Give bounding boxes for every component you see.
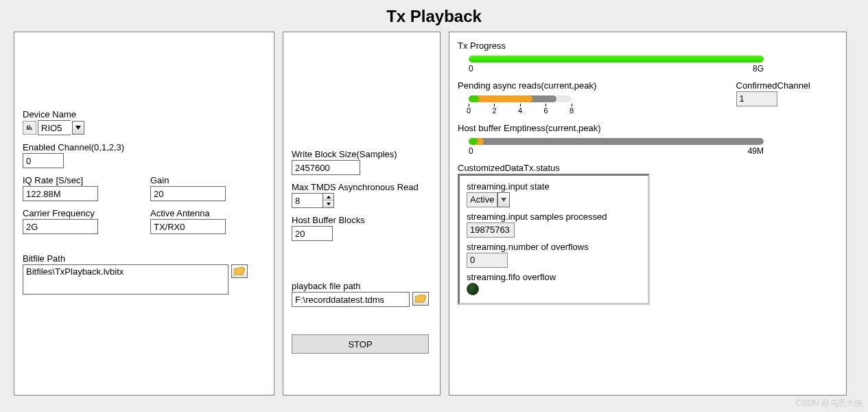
bitfile-browse-button[interactable] — [231, 264, 248, 278]
iq-rate-input[interactable] — [23, 186, 98, 201]
host-buffer-input[interactable] — [292, 226, 333, 241]
overflows-label: streaming.number of overflows — [467, 242, 641, 252]
tx-progress-label: Tx Progress — [458, 41, 838, 51]
io-icon: I/₀ — [23, 121, 36, 135]
pending-reads-label: Pending async reads(current,peak) — [458, 80, 615, 91]
fifo-overflow-led — [467, 283, 479, 295]
pending-ticks: 0 2 4 6 8 — [469, 104, 572, 116]
write-block-label: Write Block Size(Samples) — [292, 149, 432, 159]
device-name-label: Device Name — [23, 109, 266, 119]
device-name-input[interactable] — [38, 120, 71, 135]
overflows-value: 0 — [467, 253, 508, 268]
status-title: CustomizedDataTx.status — [458, 163, 838, 173]
chevron-up-icon — [327, 196, 331, 198]
iq-rate-label: IQ Rate [S/sec] — [23, 175, 138, 185]
status-panel: Tx Progress 0 8G Pending async reads(cur… — [449, 32, 847, 396]
playback-path-label: playback file path — [292, 281, 432, 291]
pending-reads-bar — [469, 95, 572, 102]
carrier-freq-input[interactable] — [23, 219, 98, 234]
stop-button[interactable]: STOP — [292, 334, 429, 354]
playback-browse-button[interactable] — [412, 292, 429, 306]
input-state-dropdown[interactable] — [497, 192, 510, 207]
samples-processed-label: streaming.input samples processed — [467, 211, 641, 222]
samples-processed-value: 19875763 — [467, 222, 515, 238]
carrier-freq-label: Carrier Frequency — [23, 208, 138, 218]
enabled-channel-input[interactable] — [23, 153, 64, 168]
panels-container: Device Name I/₀ Enabled Channel(0,1,2,3)… — [0, 32, 868, 396]
chevron-down-icon — [327, 203, 331, 205]
folder-icon — [234, 267, 245, 275]
tx-progress-min: 0 — [469, 64, 473, 73]
enabled-channel-label: Enabled Channel(0,1,2,3) — [23, 142, 266, 152]
bitfile-label: Bitfile Path — [23, 253, 266, 264]
chevron-down-icon — [75, 126, 81, 130]
active-antenna-input[interactable] — [150, 219, 226, 234]
bitfile-path-input[interactable]: Bitfiles\TxPlayback.lvbitx — [23, 264, 228, 295]
fifo-overflow-label: streaming.fifo overflow — [467, 272, 641, 282]
max-tdms-spinner[interactable] — [323, 193, 334, 208]
device-dropdown-button[interactable] — [72, 121, 84, 135]
host-emptiness-max: 49M — [748, 146, 764, 156]
page-title: Tx Playback — [0, 0, 868, 32]
buffer-panel: Write Block Size(Samples) Max TMDS Async… — [283, 32, 441, 396]
host-emptiness-label: Host buffer Emptiness(current,peak) — [458, 123, 838, 133]
watermark: CSDN @乌恩大侠 — [795, 398, 863, 409]
host-emptiness-bar — [469, 138, 764, 145]
tx-progress-bar — [469, 56, 764, 62]
config-panel: Device Name I/₀ Enabled Channel(0,1,2,3)… — [14, 32, 274, 396]
gain-label: Gain — [150, 175, 266, 185]
active-antenna-label: Active Antenna — [150, 208, 266, 218]
gain-input[interactable] — [150, 186, 226, 201]
confirmed-channel-label: ConfirmedChannel — [736, 80, 810, 91]
input-state-value: Active — [467, 192, 497, 207]
input-state-label: streaming.input state — [467, 181, 641, 192]
status-cluster: streaming.input state Active streaming.i… — [458, 174, 650, 305]
write-block-input[interactable] — [292, 160, 360, 175]
confirmed-channel-value: 1 — [736, 91, 777, 106]
host-emptiness-min: 0 — [469, 146, 473, 156]
playback-path-input[interactable] — [292, 292, 410, 307]
max-tdms-label: Max TMDS Asynchronous Read — [292, 182, 432, 192]
max-tdms-input[interactable] — [292, 193, 323, 208]
folder-icon — [415, 295, 426, 303]
host-buffer-label: Host Buffer Blocks — [292, 215, 432, 225]
tx-progress-max: 8G — [753, 64, 764, 73]
chevron-down-icon — [501, 198, 506, 202]
